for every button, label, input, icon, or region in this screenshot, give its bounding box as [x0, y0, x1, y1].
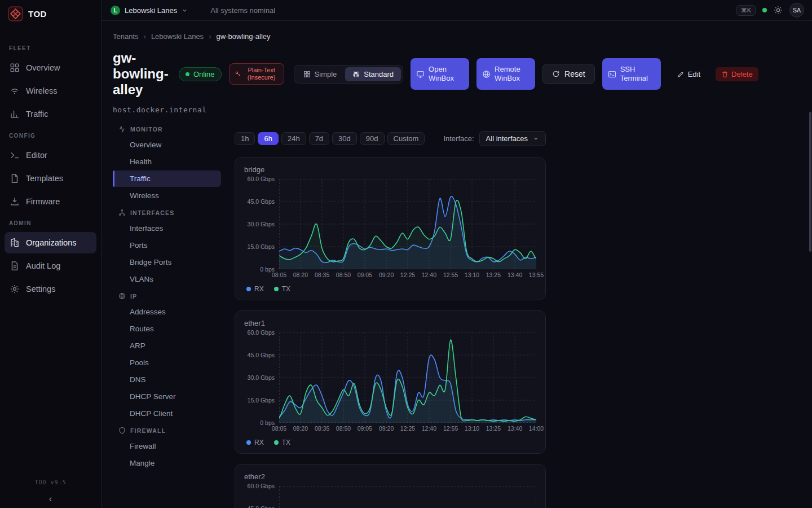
subnav-item-vlans[interactable]: VLANs — [113, 271, 221, 287]
sidebar-item-label: Audit Log — [26, 261, 60, 270]
subnav-section-interfaces: INTERFACES — [113, 204, 221, 220]
subnav-item-interfaces[interactable]: Interfaces — [113, 220, 221, 237]
document-icon — [10, 261, 20, 271]
view-simple-label: Simple — [315, 70, 337, 78]
sidebar-item-organizations[interactable]: Organizations — [5, 232, 96, 253]
chart-legend: RX TX — [244, 285, 536, 293]
sidebar-item-settings[interactable]: Settings — [5, 278, 96, 300]
interface-selected-value: All interfaces — [486, 134, 528, 143]
activity-icon — [118, 125, 126, 133]
chart-card-bridge: bridge 60.0 Gbps45.0 Gbps30.0 Gbps15.0 G… — [235, 157, 546, 300]
subnav-item-traffic[interactable]: Traffic — [113, 170, 221, 187]
grid-icon — [303, 71, 311, 78]
range-6h-button[interactable]: 6h — [258, 132, 278, 145]
refresh-icon — [552, 70, 560, 78]
delete-label: Delete — [731, 70, 753, 78]
subnav-item-ports[interactable]: Ports — [113, 237, 221, 253]
shield-icon — [118, 427, 126, 434]
reset-button[interactable]: Reset — [542, 64, 595, 84]
page-title: gw-bowling-alley — [113, 50, 171, 98]
app-name: TOD — [28, 9, 47, 19]
open-winbox-button[interactable]: Open WinBox — [411, 58, 469, 90]
grid-icon — [10, 63, 20, 73]
pencil-icon — [677, 71, 685, 78]
topbar: L Lebowski Lanes All systems nominal ⌘K … — [102, 0, 812, 21]
breadcrumb-tenants-link[interactable]: Tenants — [113, 32, 139, 41]
remote-winbox-button[interactable]: Remote WinBox — [476, 58, 535, 90]
sidebar-section-config: CONFIG — [0, 133, 101, 139]
legend-tx: TX — [274, 285, 290, 293]
system-status-text: All systems nominal — [210, 6, 275, 15]
security-warning-badge: Plain-Text (Insecure) — [229, 63, 284, 85]
delete-button[interactable]: Delete — [716, 67, 758, 81]
range-7d-button[interactable]: 7d — [309, 132, 329, 145]
sidebar-item-editor[interactable]: Editor — [5, 144, 96, 166]
subnav-item-overview[interactable]: Overview — [113, 137, 221, 153]
subnav-item-arp[interactable]: ARP — [113, 338, 221, 354]
sidebar-item-label: Wireless — [26, 86, 58, 95]
range-24h-button[interactable]: 24h — [281, 132, 306, 145]
sidebar-item-label: Settings — [26, 284, 55, 294]
x-axis-labels: 08:0508:2008:3508:5009:0509:2012:2512:40… — [279, 269, 536, 279]
x-axis-labels: 08:0508:2008:3508:5009:0509:2012:2512:40… — [279, 423, 536, 432]
breadcrumb-tenant-link[interactable]: Lebowski Lanes — [151, 32, 204, 41]
scrollbar-thumb[interactable] — [809, 112, 811, 252]
range-30d-button[interactable]: 30d — [332, 132, 357, 145]
legend-tx: TX — [274, 439, 290, 446]
y-axis-labels: 60.0 Gbps45.0 Gbps30.0 Gbps15.0 Gbps0 bp… — [244, 486, 279, 508]
subnav-item-dns[interactable]: DNS — [113, 371, 221, 388]
subnav-item-bridge-ports[interactable]: Bridge Ports — [113, 254, 221, 270]
tenant-name: Lebowski Lanes — [125, 6, 177, 15]
subnav-item-firewall[interactable]: Firewall — [113, 438, 221, 454]
subnav-item-addresses[interactable]: Addresses — [113, 304, 221, 320]
open-winbox-label: Open WinBox — [429, 65, 464, 83]
terminal-icon — [10, 150, 20, 160]
chart-title: ether1 — [244, 319, 536, 327]
view-standard-label: Standard — [364, 70, 394, 78]
bar-chart-icon — [10, 109, 20, 119]
tenant-selector[interactable]: L Lebowski Lanes — [111, 6, 188, 15]
sidebar-item-overview[interactable]: Overview — [5, 57, 96, 78]
monitor-icon — [416, 70, 425, 78]
edit-button[interactable]: Edit — [673, 67, 705, 82]
subnav-item-mangle[interactable]: Mangle — [113, 455, 221, 471]
sidebar-item-audit-log[interactable]: Audit Log — [5, 255, 96, 277]
sidebar-collapse-button[interactable]: ‹ — [0, 494, 101, 503]
subnav-item-pools[interactable]: Pools — [113, 354, 221, 371]
subnav-item-wireless[interactable]: Wireless — [113, 187, 221, 204]
subnav-item-dhcp-server[interactable]: DHCP Server — [113, 388, 221, 405]
subnav-item-health[interactable]: Health — [113, 154, 221, 170]
sidebar-item-templates[interactable]: Templates — [5, 168, 96, 189]
traffic-line-chart — [279, 179, 536, 269]
key-icon — [235, 71, 241, 77]
command-palette-shortcut[interactable]: ⌘K — [736, 5, 756, 16]
legend-rx: RX — [246, 439, 264, 446]
sidebar-section-fleet: FLEET — [0, 45, 101, 51]
subnav-item-routes[interactable]: Routes — [113, 321, 221, 337]
building-icon — [10, 238, 20, 248]
interface-select[interactable]: All interfaces — [479, 131, 546, 146]
view-standard-button[interactable]: Standard — [345, 67, 401, 81]
range-1h-button[interactable]: 1h — [235, 132, 255, 145]
range-90d-button[interactable]: 90d — [360, 132, 385, 145]
device-subnav: MONITOR Overview Health Traffic Wireless… — [113, 121, 221, 472]
range-custom-button[interactable]: Custom — [387, 132, 425, 145]
sidebar-section-admin: ADMIN — [0, 220, 101, 226]
sidebar-item-wireless[interactable]: Wireless — [5, 80, 96, 102]
y-axis-labels: 60.0 Gbps45.0 Gbps30.0 Gbps15.0 Gbps0 bp… — [244, 179, 279, 269]
chart-filters: 1h 6h 24h 7d 30d 90d Custom Interface: A… — [235, 131, 546, 146]
subnav-item-dhcp-client[interactable]: DHCP Client — [113, 405, 221, 422]
sidebar-nav: FLEET Overview Wireless Traffic CONFIG E… — [0, 27, 101, 474]
trash-icon — [721, 71, 729, 78]
chart-title: ether2 — [244, 472, 536, 481]
sidebar-item-firmware[interactable]: Firmware — [5, 191, 96, 212]
ssh-terminal-button[interactable]: SSH Terminal — [602, 58, 661, 90]
view-simple-button[interactable]: Simple — [296, 67, 345, 81]
user-avatar[interactable]: SA — [789, 3, 804, 17]
sun-icon[interactable] — [774, 6, 783, 15]
tenant-avatar: L — [111, 6, 120, 15]
chart-title: bridge — [244, 165, 536, 174]
view-mode-toggle: Simple Standard — [294, 65, 404, 84]
sidebar-item-traffic[interactable]: Traffic — [5, 103, 96, 125]
sidebar-item-label: Editor — [26, 151, 47, 160]
